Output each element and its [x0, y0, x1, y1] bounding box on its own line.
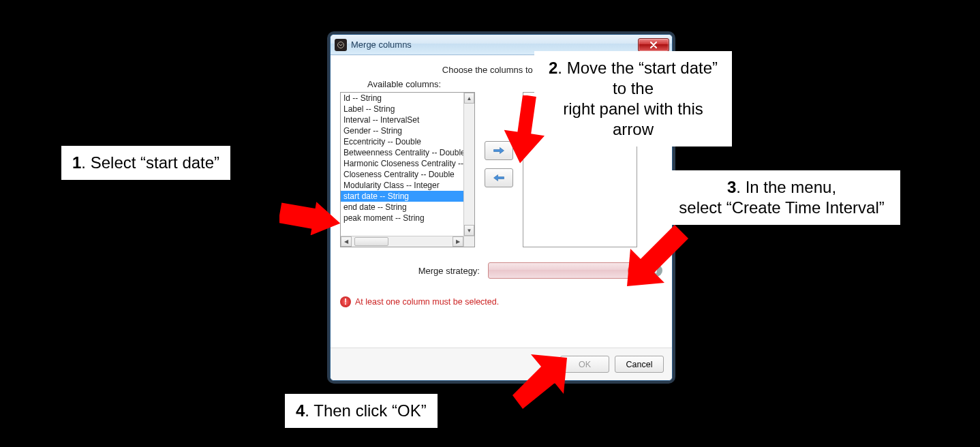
close-button[interactable] [638, 38, 669, 52]
callout-2: 2. Move the “start date” to the right pa… [534, 51, 732, 147]
callout-2-number: 2 [549, 59, 557, 77]
list-item[interactable]: Label -- String [341, 104, 463, 114]
error-icon: ! [340, 296, 351, 307]
list-item[interactable]: Closeness Centrality -- Double [341, 169, 463, 180]
list-item[interactable]: Betweenness Centrality -- Double [341, 147, 463, 158]
dialog-title: Merge columns [351, 40, 638, 50]
scroll-right-button[interactable]: ▶ [453, 236, 463, 247]
svg-point-0 [338, 42, 344, 48]
annotation-arrow-3 [627, 225, 688, 286]
arrow-left-icon [493, 173, 505, 183]
callout-1-number: 1 [72, 153, 81, 172]
list-item[interactable]: Id -- String [341, 93, 463, 104]
merge-strategy-dropdown[interactable]: ▼ [488, 262, 642, 279]
list-item[interactable]: Harmonic Closeness Centrality -- Double [341, 158, 463, 169]
cancel-button[interactable]: Cancel [615, 356, 664, 373]
move-left-button[interactable] [485, 168, 513, 187]
svg-marker-4 [512, 354, 567, 409]
annotation-arrow-2 [504, 95, 545, 164]
scroll-left-button[interactable]: ◀ [341, 236, 352, 247]
callout-3: 3. In the menu, select “Create Time Inte… [663, 170, 900, 225]
svg-marker-1 [279, 201, 341, 235]
svg-marker-2 [504, 95, 545, 164]
merge-strategy-row: Merge strategy: ▼ i [340, 262, 662, 279]
scroll-up-button[interactable]: ▲ [464, 93, 474, 104]
list-item[interactable]: start date -- String [341, 191, 463, 202]
vertical-scrollbar[interactable]: ▲ ▼ [463, 93, 474, 236]
callout-4-text: . Then click “OK” [305, 401, 426, 420]
arrow-right-icon [493, 146, 505, 155]
error-text: At least one column must be selected. [355, 297, 499, 307]
callout-1: 1. Select “start date” [61, 146, 230, 180]
callout-4: 4. Then click “OK” [285, 394, 438, 428]
merge-strategy-label: Merge strategy: [340, 266, 480, 276]
list-item[interactable]: peak moment -- String [341, 213, 463, 224]
horizontal-scroll-thumb[interactable] [354, 237, 388, 246]
scroll-down-button[interactable]: ▼ [464, 225, 474, 236]
app-icon [335, 39, 347, 51]
svg-marker-3 [627, 225, 688, 286]
scrollbar-corner [463, 236, 474, 247]
callout-3-text-a: . In the menu, [736, 178, 836, 196]
callout-3-number: 3 [727, 178, 736, 196]
horizontal-scrollbar[interactable]: ◀ ▶ [341, 236, 463, 247]
list-item[interactable]: end date -- String [341, 202, 463, 213]
callout-3-text-b: select “Create Time Interval” [674, 198, 889, 218]
callout-1-text: . Select “start date” [81, 153, 219, 172]
list-item[interactable]: Gender -- String [341, 125, 463, 136]
annotation-arrow-1 [279, 201, 341, 235]
dialog-footer: OK Cancel [331, 348, 672, 380]
error-message: ! At least one column must be selected. [340, 296, 662, 307]
callout-4-number: 4 [296, 401, 305, 420]
list-item[interactable]: Eccentricity -- Double [341, 136, 463, 147]
list-item[interactable]: Interval -- IntervalSet [341, 114, 463, 125]
annotation-arrow-4 [512, 354, 567, 409]
list-item[interactable]: Modularity Class -- Integer [341, 180, 463, 191]
callout-2-text-b: right panel with this arrow [545, 99, 721, 140]
ok-button[interactable]: OK [560, 356, 609, 373]
callout-2-text-a: . Move the “start date” to the [557, 59, 718, 97]
available-columns-listbox[interactable]: Id -- StringLabel -- StringInterval -- I… [340, 92, 475, 247]
